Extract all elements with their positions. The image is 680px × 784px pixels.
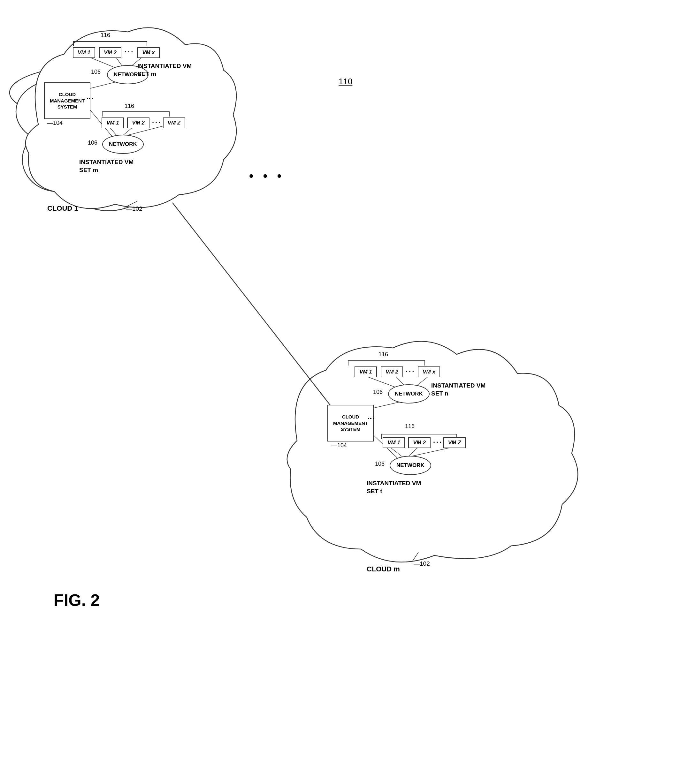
- network-top-cloudm: NETWORK: [388, 384, 430, 404]
- svg-line-25: [411, 447, 453, 457]
- dots-between-clouds: • • •: [249, 169, 285, 183]
- ref-116-top-cloud1: 116: [101, 32, 110, 39]
- vm1-bot-cloud1: VM 1: [102, 118, 124, 128]
- vm1-bot-cloudm: VM 1: [382, 437, 405, 448]
- cms-label-cloud1: CLOUDMANAGEMENTSYSTEM: [50, 91, 85, 110]
- ref-116-bot-cloudm: 116: [405, 423, 415, 430]
- vmset-n-label: INSTANTIATED VMSET n: [431, 382, 485, 397]
- ref-104-cloud1: —104: [47, 120, 63, 126]
- ref-116-top-cloudm: 116: [378, 351, 388, 358]
- network-bot-cloudm: NETWORK: [390, 456, 431, 475]
- ref-106-bot-cloudm: 106: [375, 460, 384, 467]
- vmz-bot-cloudm: VM Z: [443, 437, 466, 448]
- ref-106-top-cloud1: 106: [91, 69, 101, 75]
- ref-116-bot-cloud1: 116: [124, 103, 134, 110]
- vm1-top-cloud1: VM 1: [73, 47, 95, 58]
- dots-top-cloud1: ···: [124, 48, 134, 56]
- cms-box-cloud1: CLOUDMANAGEMENTSYSTEM: [44, 82, 90, 119]
- vm2-bot-cloud1: VM 2: [127, 118, 150, 128]
- ref-106-bot-cloud1: 106: [88, 140, 98, 146]
- vmx-top-cloudm: VM x: [418, 366, 440, 377]
- dots-bot-cloud1-mid: ···: [152, 118, 162, 127]
- vmx-top-cloud1: VM x: [137, 47, 160, 58]
- cms-box-cloudm: CLOUDMANAGEMENTSYSTEM: [327, 405, 374, 441]
- ref-102-cloudm: —102: [414, 560, 430, 567]
- dots-vertical-cloudm: ⋮: [367, 415, 375, 422]
- ref-106-top-cloudm: 106: [373, 389, 382, 396]
- dots-bot-cloudm-mid: ···: [433, 438, 443, 446]
- vmset-m-bot-label: INSTANTIATED VMSET m: [79, 158, 134, 174]
- vm2-top-cloud1: VM 2: [99, 47, 121, 58]
- vm1-top-cloudm: VM 1: [354, 366, 377, 377]
- svg-line-9: [173, 203, 335, 412]
- vmset-t-label: INSTANTIATED VMSET t: [367, 479, 421, 495]
- ref-102-cloud1: —102: [126, 205, 142, 212]
- dots-top-cloudm-mid: ···: [406, 368, 415, 376]
- cms-label-cloudm: CLOUDMANAGEMENTSYSTEM: [333, 414, 368, 432]
- network-bot-cloud1: NETWORK: [102, 135, 144, 154]
- dots-vertical-cloud1: ⋮: [86, 95, 94, 102]
- vmz-bot-cloud1: VM Z: [163, 118, 185, 128]
- cloud1-label: CLOUD 1: [47, 204, 78, 213]
- vmset-m-top-label: INSTANTIATED VMSET m: [137, 62, 192, 78]
- vm2-bot-cloudm: VM 2: [408, 437, 431, 448]
- fig-label: FIG. 2: [54, 591, 100, 610]
- cloudm-label: CLOUD m: [367, 565, 400, 573]
- diagram: CLOUDMANAGEMENTSYSTEM —104 VM 1 VM 2 ···…: [0, 0, 680, 784]
- vm2-top-cloudm: VM 2: [381, 366, 403, 377]
- ref-104-cloudm: —104: [332, 442, 347, 449]
- ref-110: 110: [338, 77, 352, 86]
